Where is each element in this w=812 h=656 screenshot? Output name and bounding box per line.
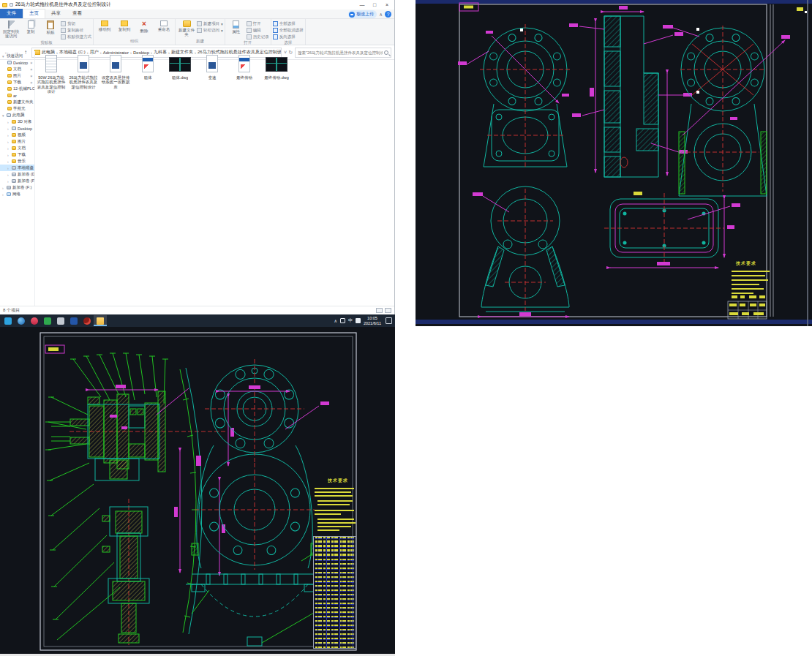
nav-music[interactable]: ›音乐 bbox=[0, 158, 34, 165]
paste-icon bbox=[47, 20, 54, 29]
copy-to-button[interactable]: 复制到 bbox=[115, 20, 134, 31]
pin-quick-access-button[interactable]: 固定到快速访问 bbox=[1, 20, 20, 38]
move-to-button[interactable]: 移动到 bbox=[95, 20, 114, 31]
ribbon-group-organize: 移动到 复制到 × 删除 重命名 组织 bbox=[94, 19, 176, 45]
paste-shortcut-button[interactable]: 粘贴快捷方式 bbox=[61, 34, 91, 39]
ribbon: 固定到快速访问 复制 粘贴 剪切 复制路径 粘贴快捷方式 bbox=[0, 19, 394, 45]
open-button[interactable]: 打开 bbox=[247, 21, 269, 26]
copy-path-icon bbox=[61, 28, 66, 33]
paste-button[interactable]: 粘贴 bbox=[41, 20, 60, 34]
taskbar-app-red-icon[interactable] bbox=[28, 315, 41, 326]
nav-quick-pictures[interactable]: 图片✶ bbox=[0, 72, 34, 79]
cut-button[interactable]: 剪切 bbox=[61, 21, 91, 26]
tech-requirements-title: 技术要求 bbox=[736, 260, 756, 267]
nav-desktop[interactable]: ›Desktop bbox=[0, 125, 34, 132]
select-none-button[interactable]: 全部取消选择 bbox=[273, 28, 304, 33]
properties-icon bbox=[233, 20, 239, 29]
nav-pictures[interactable]: ›图片 bbox=[0, 138, 34, 145]
cad-drawing-housing[interactable]: 技术要求 bbox=[416, 0, 812, 326]
nav-this-pc[interactable]: ▾此电脑 bbox=[0, 112, 34, 118]
delete-button[interactable]: × 删除 bbox=[135, 20, 154, 33]
properties-button[interactable]: 属性 bbox=[227, 20, 246, 34]
tab-view[interactable]: 查看 bbox=[67, 10, 88, 18]
file-item[interactable]: 最终传动 bbox=[230, 54, 259, 80]
details-view-icon[interactable] bbox=[376, 308, 383, 313]
tab-home[interactable]: 主页 bbox=[23, 9, 45, 18]
new-item-button[interactable]: 新建项目▾ bbox=[197, 21, 223, 26]
tray-ime-indicator[interactable]: 中 bbox=[348, 317, 353, 324]
file-item[interactable]: 变速 bbox=[198, 54, 227, 80]
collapse-ribbon-icon[interactable]: ∧ bbox=[379, 12, 383, 18]
copy-button[interactable]: 复制 bbox=[21, 20, 40, 34]
rename-button[interactable]: 重命名 bbox=[154, 20, 173, 31]
nav-volume-d[interactable]: ›新加卷 (D:) bbox=[0, 171, 34, 178]
nav-quick-desktop[interactable]: Desktop✶ bbox=[0, 59, 34, 66]
taskbar-browser-icon[interactable] bbox=[15, 315, 28, 326]
nav-downloads[interactable]: ›下载 bbox=[0, 151, 34, 158]
taskbar-wps-icon[interactable] bbox=[41, 315, 54, 326]
history-icon bbox=[247, 34, 252, 39]
taskbar-app-gray-icon[interactable] bbox=[54, 315, 67, 326]
nav-quick-new-folder[interactable]: 新建文件夹 bbox=[0, 99, 34, 105]
nav-local-disk-c[interactable]: ›本地磁盘 (C:) bbox=[0, 165, 34, 171]
nav-network[interactable]: ›网络 bbox=[0, 191, 34, 197]
quick-access-toolbar-icon[interactable] bbox=[10, 3, 13, 7]
copy-to-icon bbox=[121, 20, 128, 26]
nav-quick-misc-folder[interactable]: 学苑光 bbox=[0, 105, 34, 112]
close-button[interactable]: × bbox=[382, 2, 392, 7]
file-item[interactable]: 箱体 bbox=[133, 54, 162, 80]
start-button[interactable] bbox=[1, 315, 15, 326]
nav-3d-objects[interactable]: ›3D 对象 bbox=[0, 118, 34, 125]
select-all-button[interactable]: 全部选择 bbox=[273, 21, 304, 26]
history-button[interactable]: 历史记录 bbox=[247, 34, 269, 39]
tech-requirements-title: 技术要求 bbox=[328, 478, 348, 484]
nav-quick-downloads[interactable]: 下载✶ bbox=[0, 79, 34, 86]
title-bar[interactable]: 26马力轮式拖拉机悬挂件农具及定位控制设计 — □ × bbox=[0, 0, 394, 10]
nav-quick-documents[interactable]: 文档✶ bbox=[0, 66, 34, 72]
nav-quick-access[interactable]: ▾快速访问 bbox=[0, 53, 34, 59]
parts-list-table bbox=[313, 536, 356, 649]
maximize-button[interactable]: □ bbox=[369, 2, 380, 7]
folder-icon bbox=[2, 3, 7, 7]
tray-chevron-icon[interactable]: ∧ bbox=[334, 318, 337, 323]
taskbar-autocad-icon[interactable] bbox=[80, 315, 94, 326]
system-tray: ∧ 中 10:05 2021/6/11 bbox=[334, 316, 395, 325]
word-doc-icon bbox=[106, 54, 125, 75]
invert-selection-button[interactable]: 反向选择 bbox=[273, 34, 304, 39]
nav-quick-plc-folder[interactable]: 12-机械PLC(2期) bbox=[0, 86, 34, 92]
taskbar: ∧ 中 10:05 2021/6/11 bbox=[0, 314, 395, 327]
screenshot-canvas: 26马力轮式拖拉机悬挂件农具及定位控制设计 — □ × 文件 主页 共享 查看 … bbox=[0, 0, 812, 656]
minimize-button[interactable]: — bbox=[357, 2, 367, 7]
group-label-open: 打开 bbox=[227, 39, 269, 46]
file-item[interactable]: 最终传动.dwg bbox=[262, 54, 291, 80]
tray-volume-icon[interactable] bbox=[356, 318, 361, 323]
thumbnail-view-icon[interactable] bbox=[385, 308, 391, 313]
tab-share[interactable]: 共享 bbox=[45, 10, 67, 18]
cloud-upload-badge[interactable]: 极速上传 bbox=[348, 10, 377, 18]
file-item[interactable]: 设定农具悬挂传动系统一改数据库 bbox=[101, 54, 130, 89]
easy-access-button[interactable]: 轻松访问▾ bbox=[197, 28, 223, 33]
tray-network-icon[interactable] bbox=[340, 318, 345, 323]
text-file-icon bbox=[42, 54, 61, 75]
copy-path-button[interactable]: 复制路径 bbox=[61, 28, 91, 33]
edit-button[interactable]: 编辑 bbox=[247, 28, 269, 33]
notification-center-icon[interactable] bbox=[386, 317, 392, 324]
tab-file[interactable]: 文件 bbox=[0, 9, 23, 18]
help-icon[interactable]: ? bbox=[385, 11, 391, 18]
taskbar-clock[interactable]: 10:05 2021/6/11 bbox=[364, 316, 381, 325]
nav-volume-f-root[interactable]: ›新加卷 (F:) bbox=[0, 184, 34, 191]
nav-quick-ar-folder[interactable]: ar bbox=[0, 92, 34, 99]
new-folder-button[interactable]: 新建文件夹 bbox=[177, 20, 196, 37]
taskbar-explorer-icon[interactable] bbox=[94, 315, 107, 326]
nav-videos[interactable]: ›视频 bbox=[0, 132, 34, 138]
file-item[interactable]: 箱体.dwg bbox=[165, 54, 195, 80]
taskbar-app-blue-icon[interactable] bbox=[67, 315, 80, 326]
file-item[interactable]: 26马力轮式拖拉机悬挂件农具及定位控制设计 bbox=[69, 54, 98, 89]
dwg-thumbnail-icon bbox=[169, 54, 191, 75]
cad-drawing-final-drive[interactable]: 技术要求 bbox=[0, 327, 395, 656]
nav-documents[interactable]: ›文档 bbox=[0, 145, 34, 151]
file-item[interactable]: 50W 26马力轮式拖拉机悬挂件农具及定位控制设计 bbox=[37, 54, 66, 94]
new-folder-icon bbox=[183, 20, 191, 27]
nav-volume-f[interactable]: ›新加卷 (F:) bbox=[0, 178, 34, 184]
pin-icon bbox=[8, 20, 15, 29]
